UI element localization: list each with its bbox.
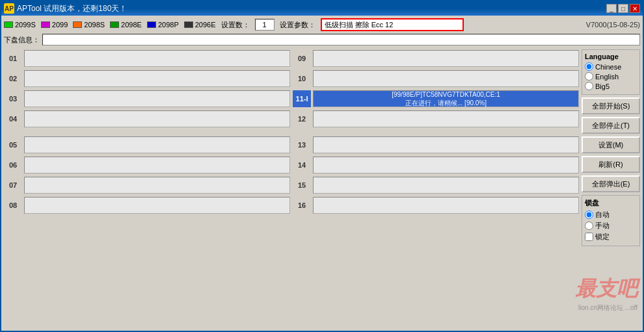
main-area: 01 02 03 04 bbox=[4, 49, 640, 328]
slot-15-num: 15 bbox=[293, 181, 311, 189]
slot-02-num: 02 bbox=[4, 75, 22, 83]
device-count-input[interactable] bbox=[255, 19, 275, 31]
slot-03-num: 03 bbox=[4, 95, 22, 103]
slot-01-num: 01 bbox=[4, 55, 22, 62]
settings-button[interactable]: 设置(M) bbox=[582, 136, 640, 153]
slot-01-box[interactable] bbox=[24, 50, 290, 67]
slot-03-box[interactable] bbox=[24, 90, 290, 107]
legend-color-2098p bbox=[147, 21, 156, 28]
lock-manual-radio[interactable] bbox=[585, 222, 593, 230]
lang-english-radio[interactable] bbox=[585, 72, 593, 81]
slot-14-box[interactable] bbox=[313, 157, 579, 173]
info-row: 下盘信息： bbox=[4, 34, 640, 45]
lang-big5-radio[interactable] bbox=[585, 82, 593, 90]
lang-chinese-item[interactable]: Chinese bbox=[585, 62, 637, 71]
lock-manual-item[interactable]: 手动 bbox=[585, 221, 637, 231]
slot-07-row: 07 bbox=[4, 176, 290, 194]
legend-label-2098s: 2098S bbox=[84, 21, 105, 29]
slot-09-num: 09 bbox=[293, 55, 311, 62]
lock-group: 锁盘 自动 手动 锁定 bbox=[582, 195, 640, 246]
lock-locked-label: 锁定 bbox=[595, 232, 610, 242]
legend-label-2096e: 2096E bbox=[195, 21, 216, 29]
legend-color-2096e bbox=[184, 21, 193, 28]
slot-16-box[interactable] bbox=[313, 197, 579, 214]
separator-left bbox=[4, 130, 290, 134]
slot-06-box[interactable] bbox=[24, 157, 290, 173]
stop-all-button[interactable]: 全部停止(T) bbox=[582, 117, 640, 134]
slot-01-row: 01 bbox=[4, 49, 290, 68]
lang-english-item[interactable]: English bbox=[585, 72, 637, 81]
slot-04-num: 04 bbox=[4, 115, 22, 123]
refresh-button[interactable]: 刷新(R) bbox=[582, 156, 640, 173]
window-title: APTool 试用版本，还剩180天！ bbox=[17, 3, 127, 14]
toolbar: 2099S 2099 2098S 2098E 2098P 2096E bbox=[4, 18, 640, 31]
slot-11-text-line2: 正在进行，请稍候... [90.0%] bbox=[405, 99, 487, 107]
slot-15-row: 15 bbox=[293, 176, 579, 194]
slot-14-num: 14 bbox=[293, 161, 311, 169]
slot-05-box[interactable] bbox=[24, 136, 290, 153]
legend-2096e: 2096E bbox=[184, 21, 216, 29]
slot-13-box[interactable] bbox=[313, 136, 579, 153]
lang-big5-item[interactable]: Big5 bbox=[585, 82, 637, 90]
slot-04-box[interactable] bbox=[24, 110, 290, 127]
legend-color-2099s bbox=[4, 21, 13, 28]
param-label: 设置参数： bbox=[280, 20, 315, 30]
slot-05-row: 05 bbox=[4, 136, 290, 154]
slot-02-row: 02 bbox=[4, 70, 290, 88]
slot-16-row: 16 bbox=[293, 196, 579, 214]
device-count-label: 设置数： bbox=[221, 20, 250, 30]
slot-11-num-active: 11-I bbox=[293, 90, 311, 107]
lang-big5-label: Big5 bbox=[595, 83, 610, 90]
slot-07-box[interactable] bbox=[24, 177, 290, 194]
app-icon: AP bbox=[4, 3, 14, 14]
slot-12-row: 12 bbox=[293, 110, 579, 128]
slot-15-box[interactable] bbox=[313, 177, 579, 194]
param-value[interactable]: 低级扫描 擦除 Ecc 12 bbox=[321, 18, 464, 31]
slots-container: 01 02 03 04 bbox=[4, 49, 579, 328]
slot-16-num: 16 bbox=[293, 201, 311, 209]
eject-all-button[interactable]: 全部弹出(E) bbox=[582, 175, 640, 192]
slot-03-row: 03 bbox=[4, 90, 290, 108]
lock-auto-item[interactable]: 自动 bbox=[585, 210, 637, 220]
lock-auto-label: 自动 bbox=[595, 210, 610, 220]
slot-06-row: 06 bbox=[4, 156, 290, 174]
slot-08-box[interactable] bbox=[24, 197, 290, 214]
legend-label-2098e: 2098E bbox=[121, 21, 142, 29]
slot-13-row: 13 bbox=[293, 136, 579, 154]
lock-locked-item[interactable]: 锁定 bbox=[585, 232, 637, 242]
slot-11-box[interactable]: [99/98E/P]TC58NVG7TDKTA00,CE:1 正在进行，请稍候.… bbox=[313, 90, 579, 107]
lock-locked-checkbox[interactable] bbox=[585, 233, 593, 241]
titlebar-controls: _ □ ✕ bbox=[606, 4, 640, 13]
info-label: 下盘信息： bbox=[4, 35, 40, 45]
slot-06-num: 06 bbox=[4, 161, 22, 169]
slot-13-num: 13 bbox=[293, 141, 311, 149]
slot-14-row: 14 bbox=[293, 156, 579, 174]
legend-color-2098e bbox=[110, 21, 119, 28]
slot-12-box[interactable] bbox=[313, 110, 579, 127]
content-area: 2099S 2099 2098S 2098E 2098P 2096E bbox=[1, 16, 643, 331]
lock-auto-radio[interactable] bbox=[585, 211, 593, 219]
legend-2098p: 2098P bbox=[147, 21, 179, 29]
maximize-button[interactable]: □ bbox=[618, 4, 628, 13]
legend-label-2099s: 2099S bbox=[15, 21, 36, 29]
legend-2099: 2099 bbox=[41, 21, 68, 29]
start-all-button[interactable]: 全部开始(S) bbox=[582, 97, 640, 114]
titlebar-left: AP APTool 试用版本，还剩180天！ bbox=[4, 3, 127, 14]
language-group: Language Chinese English Big5 bbox=[582, 49, 640, 95]
slot-09-row: 09 bbox=[293, 49, 579, 68]
lang-chinese-radio[interactable] bbox=[585, 62, 593, 71]
legend-color-2098s bbox=[73, 21, 82, 28]
slot-02-box[interactable] bbox=[24, 70, 290, 87]
main-window: AP APTool 试用版本，还剩180天！ _ □ ✕ 2099S 2099 … bbox=[0, 0, 644, 332]
slot-10-box[interactable] bbox=[313, 70, 579, 87]
close-button[interactable]: ✕ bbox=[630, 4, 640, 13]
slot-07-num: 07 bbox=[4, 181, 22, 189]
language-title: Language bbox=[585, 53, 637, 60]
slot-10-num: 10 bbox=[293, 75, 311, 83]
minimize-button[interactable]: _ bbox=[606, 4, 617, 13]
slot-12-num: 12 bbox=[293, 115, 311, 123]
slot-09-box[interactable] bbox=[313, 50, 579, 67]
lang-english-label: English bbox=[595, 73, 619, 81]
info-input[interactable] bbox=[42, 34, 640, 45]
lock-title: 锁盘 bbox=[585, 198, 637, 208]
